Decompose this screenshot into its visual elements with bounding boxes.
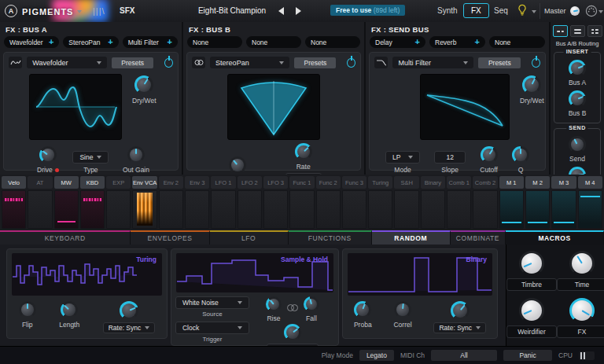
- mod-cell-m-3[interactable]: [551, 190, 576, 229]
- send-slot-2[interactable]: Reverb+: [429, 36, 485, 48]
- mod-cell-func-3[interactable]: [342, 190, 366, 229]
- routing-mixed-button[interactable]: [587, 25, 602, 37]
- dry-wet-knob[interactable]: [522, 75, 541, 94]
- power-icon[interactable]: [347, 58, 355, 68]
- binary-display[interactable]: Binary: [348, 253, 492, 296]
- mod-tab-func-1[interactable]: Func 1: [289, 176, 314, 189]
- add-fx-icon[interactable]: +: [168, 38, 172, 46]
- bus-a-slot-2[interactable]: StereoPan+: [63, 36, 118, 48]
- play-mode-value[interactable]: Legato: [359, 350, 394, 361]
- mod-tab-binary[interactable]: Binary: [421, 176, 445, 189]
- rate-knob[interactable]: [295, 143, 312, 160]
- send-slot-3[interactable]: None: [489, 36, 545, 48]
- device-select[interactable]: StereoPan: [210, 57, 289, 68]
- length-knob[interactable]: [61, 301, 78, 318]
- fold-type-select[interactable]: Sine: [72, 151, 109, 164]
- mod-cell-m-4[interactable]: [578, 190, 602, 229]
- device-select[interactable]: Wavefolder: [27, 57, 107, 68]
- add-fx-icon[interactable]: +: [415, 38, 420, 46]
- mod-tab-kbd[interactable]: KBD: [80, 176, 105, 189]
- mod-cell-turing[interactable]: [368, 190, 392, 229]
- preset-name[interactable]: Eight-Bit Champion: [175, 6, 289, 15]
- bus-a-slot-3[interactable]: Multi Filter+: [123, 36, 178, 48]
- send-slot-1[interactable]: Delay+: [370, 36, 425, 48]
- add-fx-icon[interactable]: +: [108, 38, 112, 46]
- mod-cell-env-2[interactable]: [159, 190, 183, 229]
- proba-knob[interactable]: [354, 301, 371, 318]
- mod-cell-env-3[interactable]: [185, 190, 209, 229]
- tab-envelopes[interactable]: ENVELOPES: [131, 230, 209, 245]
- flip-knob[interactable]: [19, 301, 36, 318]
- mod-tab-s-h[interactable]: S&H: [394, 176, 418, 189]
- midi-dropdown-icon[interactable]: [598, 10, 603, 13]
- mod-tab-m-1[interactable]: M 1: [499, 176, 524, 189]
- macro-timbre-knob[interactable]: [519, 251, 544, 276]
- bus-b-slot-3[interactable]: None: [305, 36, 360, 48]
- mod-tab-comb-1[interactable]: Comb 1: [447, 176, 471, 189]
- mod-tab-at[interactable]: AT: [28, 176, 52, 189]
- cutoff-knob[interactable]: [481, 146, 498, 164]
- mod-cell-velo[interactable]: [2, 190, 26, 229]
- mod-tab-env-2[interactable]: Env 2: [159, 176, 183, 189]
- sh-rate-knob[interactable]: [284, 324, 301, 341]
- bus-b-level-knob[interactable]: [569, 90, 586, 108]
- mod-cell-m-1[interactable]: [499, 190, 524, 229]
- arturia-logo-icon[interactable]: A: [5, 5, 17, 17]
- turing-rate-knob[interactable]: [120, 301, 138, 320]
- mod-cell-at[interactable]: [28, 190, 52, 229]
- add-fx-icon[interactable]: +: [49, 38, 53, 46]
- wavefolder-display[interactable]: [29, 74, 122, 140]
- filter-display[interactable]: [420, 74, 510, 140]
- mod-cell-mw[interactable]: [54, 190, 79, 229]
- q-knob[interactable]: [512, 146, 529, 164]
- sh-display[interactable]: Sample & Hold: [176, 253, 333, 292]
- sound-bank-label[interactable]: SFX: [120, 6, 134, 15]
- filter-mode-select[interactable]: LP: [385, 151, 420, 164]
- mod-cell-m-2[interactable]: [525, 190, 550, 229]
- mod-tab-m-2[interactable]: M 2: [525, 176, 550, 189]
- tab-fx[interactable]: FX: [463, 3, 489, 18]
- tab-combinate[interactable]: COMBINATE: [451, 230, 506, 245]
- device-select[interactable]: Multi Filter: [392, 57, 473, 68]
- power-icon[interactable]: [164, 58, 173, 68]
- mod-cell-env-vca[interactable]: [132, 190, 157, 229]
- fall-knob[interactable]: [304, 296, 319, 312]
- routing-parallel-button[interactable]: [553, 25, 568, 37]
- mod-tab-comb-2[interactable]: Comb 2: [473, 176, 497, 189]
- tuner-icon[interactable]: |||\: [93, 6, 105, 16]
- mod-cell-kbd[interactable]: [80, 190, 105, 229]
- drive-knob[interactable]: [39, 146, 57, 164]
- bus-b-slot-1[interactable]: None: [187, 36, 242, 48]
- next-preset-button[interactable]: [296, 7, 301, 15]
- mod-cell-lfo-2[interactable]: [238, 190, 262, 229]
- mod-cell-binary[interactable]: [421, 190, 445, 229]
- out-gain-knob[interactable]: [127, 146, 145, 164]
- mod-cell-lfo-3[interactable]: [263, 190, 288, 229]
- power-icon[interactable]: [532, 58, 540, 68]
- rise-knob[interactable]: [266, 296, 282, 312]
- tab-seq[interactable]: Seq: [494, 6, 508, 15]
- midi-channel-value[interactable]: All: [431, 350, 497, 361]
- link-icon[interactable]: [287, 304, 298, 311]
- slope-value[interactable]: 12: [434, 151, 466, 164]
- send-level-knob[interactable]: [569, 136, 586, 153]
- bus-a-slot-1[interactable]: Wavefolder+: [4, 36, 59, 48]
- routing-series-button[interactable]: [570, 25, 585, 37]
- mod-cell-comb-2[interactable]: [473, 190, 497, 229]
- presets-button[interactable]: Presets: [294, 57, 336, 68]
- presets-button[interactable]: Presets: [478, 57, 521, 68]
- add-fx-icon[interactable]: +: [475, 38, 480, 46]
- mod-cell-exp[interactable]: [106, 190, 131, 229]
- mod-tab-exp[interactable]: EXP: [106, 176, 131, 189]
- mod-cell-func-2[interactable]: [316, 190, 341, 229]
- mod-tab-turing[interactable]: Turing: [368, 176, 392, 189]
- tab-keyboard[interactable]: KEYBOARD: [0, 230, 131, 245]
- macro-fx-knob[interactable]: [569, 298, 595, 323]
- mod-cell-func-1[interactable]: [289, 190, 314, 229]
- sh-source-select[interactable]: White Noise: [175, 296, 249, 309]
- tab-functions[interactable]: FUNCTIONS: [289, 230, 372, 245]
- sh-trigger-select[interactable]: Clock: [175, 322, 249, 334]
- lamp-dropdown-icon[interactable]: [532, 10, 536, 13]
- mod-tab-velo[interactable]: Velo: [2, 176, 26, 189]
- mod-tab-func-2[interactable]: Func 2: [316, 176, 341, 189]
